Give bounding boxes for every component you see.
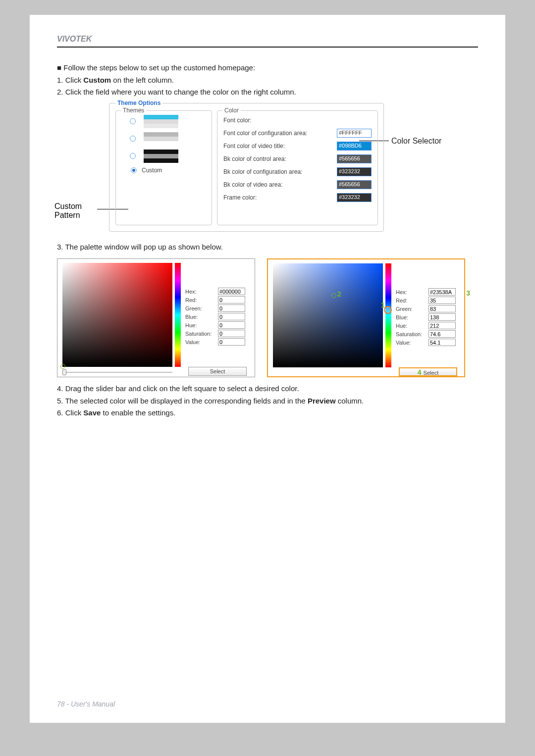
- theme-option-2[interactable]: [116, 128, 212, 146]
- fields-right: Hex: Red: Green: Blue: Hue: Saturation: …: [396, 288, 462, 347]
- input-green-right[interactable]: [428, 305, 456, 312]
- theme-options-figure: Custom Pattern Color Selector Theme Opti…: [57, 103, 478, 233]
- cell-bk-cfg[interactable]: #323232: [337, 167, 372, 176]
- step5c: column.: [336, 397, 364, 405]
- input-val-right[interactable]: [428, 339, 456, 346]
- slider-left[interactable]: [62, 372, 172, 373]
- custom-label: Custom: [142, 167, 162, 174]
- palette-left: Hex: Red: Green: Blue: Hue: Saturation: …: [57, 258, 255, 377]
- sv-area-right[interactable]: 2: [273, 263, 383, 367]
- palettes-row: Hex: Red: Green: Blue: Hue: Saturation: …: [57, 258, 478, 377]
- select-button-right[interactable]: 4Select: [399, 367, 457, 376]
- label-bk-video: Bk color of video area:: [223, 181, 337, 188]
- cell-frame[interactable]: #323232: [337, 193, 372, 202]
- manual-page: VIVOTEK ■ Follow the steps below to set …: [30, 15, 505, 723]
- legend-theme-options: Theme Options: [115, 100, 162, 106]
- sv-cursor-left[interactable]: [60, 364, 65, 369]
- step-1a: 1. Click: [57, 76, 83, 84]
- input-sat-right[interactable]: [428, 330, 456, 338]
- step-1c: on the left column.: [111, 76, 174, 84]
- cell-bk-control[interactable]: #565656: [337, 154, 372, 163]
- marker-3: 3: [466, 289, 470, 297]
- sv-area-left[interactable]: [62, 263, 172, 367]
- lbl-red-r: Red:: [396, 298, 428, 303]
- row-bk-video: Bk color of video area: #565656: [223, 180, 372, 189]
- input-val-left[interactable]: [218, 338, 245, 346]
- lbl-red: Red:: [185, 297, 218, 303]
- legend-themes: Themes: [121, 107, 146, 114]
- swatch-theme-2: [144, 132, 178, 146]
- marker-4: 4: [418, 368, 422, 376]
- input-hue-right[interactable]: [428, 322, 456, 329]
- input-hex-right[interactable]: [428, 288, 456, 296]
- step-4: 4. Drag the slider bar and click on the …: [57, 383, 478, 395]
- input-green-left[interactable]: [218, 304, 245, 312]
- cell-bk-video[interactable]: #565656: [337, 180, 372, 189]
- step6a: 6. Click: [57, 408, 83, 417]
- brand: VIVOTEK: [57, 35, 478, 47]
- slider-thumb-left[interactable]: [62, 369, 66, 375]
- cell-font-cfg[interactable]: #FFFFFF: [337, 129, 372, 138]
- radio-theme-1[interactable]: [130, 118, 136, 124]
- swatch-theme-3: [144, 150, 178, 163]
- annot-line-b: Pattern: [54, 211, 82, 220]
- row-font-cfg: Font color of configuration area: #FFFFF…: [223, 129, 372, 138]
- select-button-left[interactable]: Select: [188, 367, 247, 376]
- select-label-right: Select: [424, 370, 439, 376]
- row-font-video: Font color of video title: #098BD6: [223, 142, 372, 151]
- label-frame: Frame color:: [223, 194, 337, 201]
- cell-font-color[interactable]: [337, 116, 372, 125]
- heading-rule: [57, 47, 478, 48]
- label-bk-control: Bk color of control area:: [223, 155, 337, 162]
- input-red-right[interactable]: [428, 297, 456, 304]
- fields-left: Hex: Red: Green: Blue: Hue: Saturation: …: [185, 288, 251, 347]
- lbl-green-r: Green:: [396, 306, 428, 312]
- lbl-hex: Hex:: [185, 289, 218, 295]
- legend-color: Color: [222, 107, 241, 114]
- radio-theme-2[interactable]: [130, 136, 136, 142]
- themes-group: Themes: [115, 110, 212, 225]
- input-blue-left[interactable]: [218, 313, 245, 320]
- input-blue-right[interactable]: [428, 313, 456, 321]
- lbl-blue: Blue:: [185, 314, 218, 320]
- radio-theme-3[interactable]: [130, 153, 136, 159]
- hue-bar-left[interactable]: [175, 263, 181, 367]
- step6c: to enable the settings.: [101, 408, 175, 417]
- annot-line-a: Custom: [54, 202, 82, 211]
- hue-handle-right[interactable]: [384, 306, 392, 314]
- lbl-blue-r: Blue:: [396, 314, 428, 320]
- input-hex-left[interactable]: [218, 288, 245, 295]
- hue-bar-right[interactable]: [385, 263, 391, 367]
- radio-theme-custom[interactable]: [131, 167, 137, 173]
- lbl-hue-r: Hue:: [396, 323, 428, 329]
- annotation-custom-pattern: Custom Pattern: [54, 202, 82, 220]
- input-sat-left[interactable]: [218, 330, 245, 337]
- lbl-val-r: Value:: [396, 340, 428, 346]
- sv-cursor-right[interactable]: [331, 293, 336, 298]
- lbl-green: Green:: [185, 305, 218, 311]
- marker-2: 2: [337, 290, 341, 298]
- cell-font-video[interactable]: #098BD6: [337, 142, 372, 151]
- input-red-left[interactable]: [218, 296, 245, 303]
- step-6: 6. Click Save to enable the settings.: [57, 407, 478, 419]
- swatch-theme-1: [144, 115, 178, 128]
- step6b: Save: [83, 408, 101, 417]
- label-font-color: Font color:: [223, 117, 337, 124]
- row-bk-control: Bk color of control area: #565656: [223, 154, 372, 163]
- step-2: 2. Click the field where you want to cha…: [57, 87, 478, 98]
- row-frame: Frame color: #323232: [223, 193, 372, 202]
- step5b: Preview: [308, 397, 336, 405]
- row-bk-cfg: Bk color of configuration area: #323232: [223, 167, 372, 176]
- intro-block: ■ Follow the steps below to set up the c…: [57, 62, 478, 98]
- lbl-hue: Hue:: [185, 322, 218, 328]
- step-1b: Custom: [83, 76, 111, 84]
- row-font-color: Font color:: [223, 116, 372, 125]
- input-hue-left[interactable]: [218, 321, 245, 329]
- marker-1: 1: [381, 301, 385, 309]
- theme-option-custom[interactable]: Custom: [116, 163, 212, 174]
- theme-options-panel: Theme Options Themes: [109, 103, 384, 232]
- theme-option-3[interactable]: [116, 146, 212, 163]
- lbl-sat-r: Saturation:: [396, 331, 428, 337]
- annotation-color-selector: Color Selector: [391, 137, 441, 146]
- palette-right: 2 1 3 Hex: Red: Green: Blue: Hue: Satura…: [267, 258, 465, 377]
